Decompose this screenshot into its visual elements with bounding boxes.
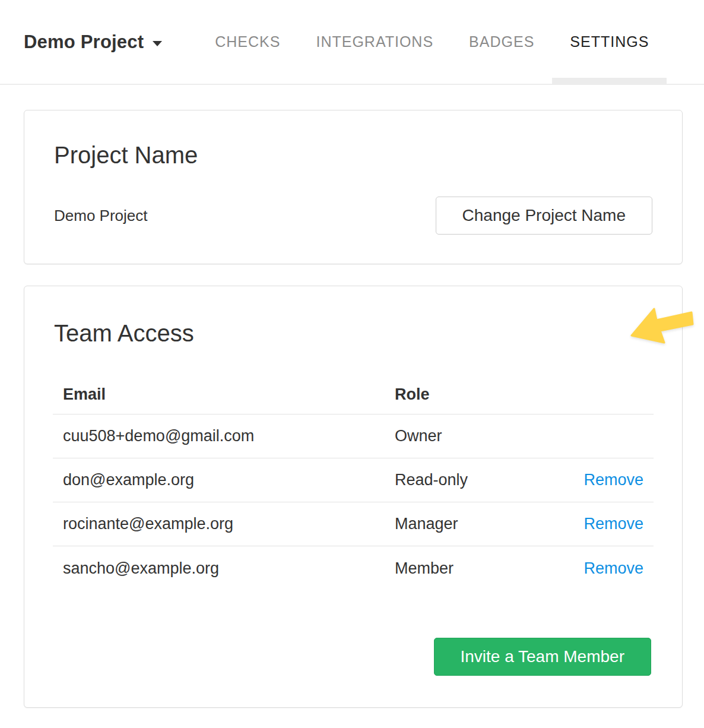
table-row: don@example.org Read-only Remove <box>53 458 654 502</box>
member-actions: Remove <box>551 471 654 489</box>
table-row: sancho@example.org Member Remove <box>53 546 654 590</box>
member-actions: Remove <box>551 559 654 578</box>
project-name-card-title: Project Name <box>54 141 652 169</box>
tab-checks[interactable]: CHECKS <box>197 0 298 84</box>
settings-page: Project Name Demo Project Change Project… <box>0 110 704 728</box>
project-selector-label: Demo Project <box>24 31 144 53</box>
table-row: rocinante@example.org Manager Remove <box>53 502 654 546</box>
project-selector[interactable]: Demo Project <box>24 0 162 84</box>
member-role: Read-only <box>385 471 551 489</box>
project-name-row: Demo Project Change Project Name <box>54 197 652 235</box>
invite-row: Invite a Team Member <box>24 638 682 676</box>
member-email: cuu508+demo@gmail.com <box>53 427 385 445</box>
top-nav: CHECKS INTEGRATIONS BADGES SETTINGS <box>197 0 667 84</box>
remove-member-link[interactable]: Remove <box>584 559 643 577</box>
chevron-down-icon <box>153 41 162 46</box>
member-actions: Remove <box>551 515 654 533</box>
invite-team-member-button[interactable]: Invite a Team Member <box>434 638 652 676</box>
remove-member-link[interactable]: Remove <box>584 471 643 489</box>
member-email: don@example.org <box>53 471 385 489</box>
team-access-card-title: Team Access <box>54 319 682 347</box>
project-name-card: Project Name Demo Project Change Project… <box>24 110 683 264</box>
remove-member-link[interactable]: Remove <box>584 515 643 533</box>
tab-integrations[interactable]: INTEGRATIONS <box>298 0 451 84</box>
app-header: Demo Project CHECKS INTEGRATIONS BADGES … <box>0 0 704 85</box>
team-access-table: Email Role cuu508+demo@gmail.com Owner d… <box>53 375 654 590</box>
table-header-row: Email Role <box>53 375 654 414</box>
member-email: sancho@example.org <box>53 559 385 578</box>
table-row: cuu508+demo@gmail.com Owner <box>53 414 654 458</box>
project-name-value: Demo Project <box>54 207 148 225</box>
team-access-card: Team Access Email Role cuu508+demo@gmail… <box>24 286 683 708</box>
member-email: rocinante@example.org <box>53 515 385 533</box>
member-role: Manager <box>385 515 551 533</box>
tab-settings[interactable]: SETTINGS <box>552 0 667 84</box>
column-header-email: Email <box>53 385 385 404</box>
member-role: Member <box>385 559 551 578</box>
change-project-name-button[interactable]: Change Project Name <box>436 197 652 235</box>
column-header-role: Role <box>385 385 551 404</box>
tab-badges[interactable]: BADGES <box>451 0 552 84</box>
member-role: Owner <box>385 427 551 445</box>
